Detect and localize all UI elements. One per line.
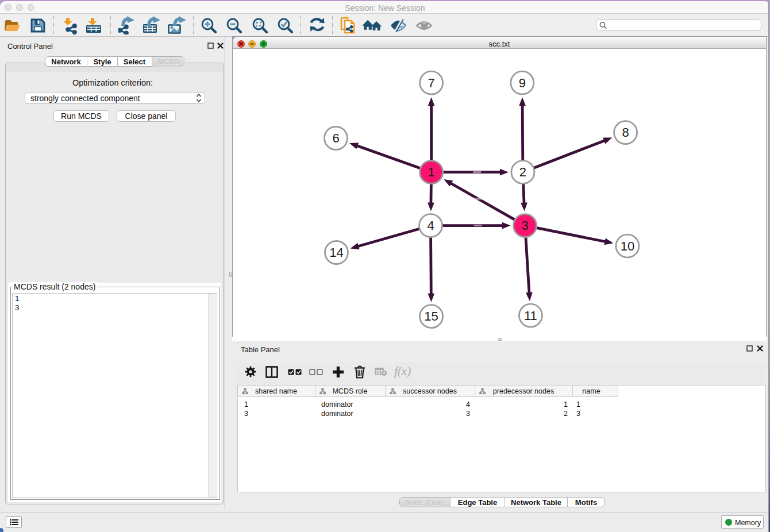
svg-text:10: 10 bbox=[621, 239, 634, 253]
svg-text:6: 6 bbox=[332, 131, 339, 145]
svg-text:11: 11 bbox=[524, 309, 537, 323]
svg-text:4: 4 bbox=[427, 218, 434, 233]
svg-text:7: 7 bbox=[428, 76, 434, 90]
svg-text:3: 3 bbox=[521, 218, 528, 233]
svg-text:14: 14 bbox=[329, 245, 343, 260]
svg-text:8: 8 bbox=[622, 125, 629, 140]
svg-text:15: 15 bbox=[424, 309, 438, 323]
svg-text:1: 1 bbox=[428, 165, 434, 179]
svg-text:9: 9 bbox=[519, 76, 526, 90]
svg-text:2: 2 bbox=[519, 165, 526, 179]
